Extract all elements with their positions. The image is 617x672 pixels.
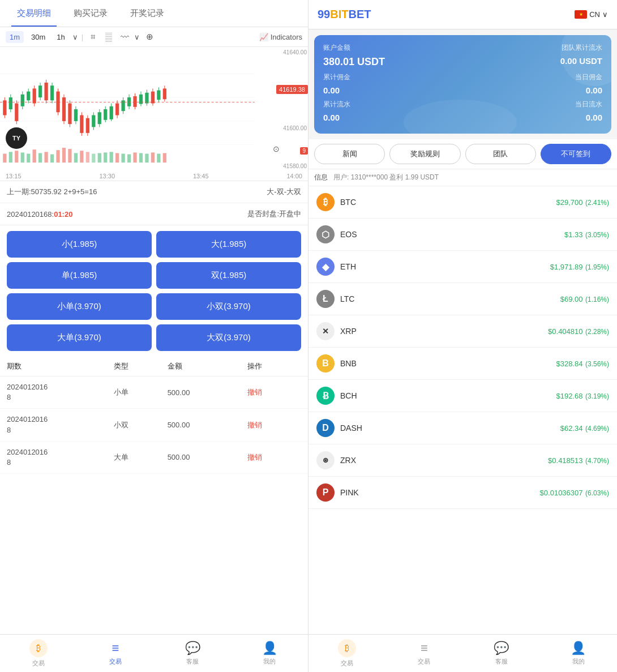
crypto-item-btc[interactable]: ₿ BTC $29,700 (2.41%) — [308, 186, 617, 219]
tab-draw-record[interactable]: 开奖记录 — [119, 0, 175, 27]
bet-small[interactable]: 小(1.985) — [7, 231, 152, 258]
svg-rect-67 — [44, 152, 48, 162]
svg-rect-78 — [110, 152, 113, 162]
signin-btn[interactable]: 不可签到 — [541, 144, 611, 164]
chart-current-price: 41619.38 — [276, 85, 308, 94]
chart-x-labels: 13:15 13:30 13:45 14:00 — [0, 172, 308, 181]
tab-purchase-record[interactable]: 购买记录 — [62, 0, 119, 27]
bet-odd[interactable]: 单(1.985) — [7, 262, 152, 289]
right-chat-icon: 💬 — [494, 641, 509, 656]
crypto-item-eos[interactable]: ⬡ EOS $1.33 (3.05%) — [308, 219, 617, 251]
plus-icon[interactable]: ⊕ — [143, 31, 156, 43]
team-btn[interactable]: 团队 — [465, 144, 536, 164]
left-panel: 交易明细 购买记录 开奖记录 1m 30m 1h ∨ | ⌗ 𝄛 〰 ∨ ⊕ 📈… — [0, 0, 308, 672]
nav-btc[interactable]: ₿ 交易 — [0, 635, 77, 672]
language-selector[interactable]: ★ CN ∨ — [575, 10, 608, 19]
chart-badge-9: 9 — [300, 147, 308, 155]
crypto-item-eth[interactable]: ◆ ETH $1,971.89 (1.95%) — [308, 251, 617, 283]
divider: | — [82, 33, 83, 41]
crypto-item-pink[interactable]: P PINK $0.01036307 (6.03%) — [308, 477, 617, 509]
right-nav-btc[interactable]: ₿ 交易 — [308, 635, 385, 672]
time-30m[interactable]: 30m — [27, 31, 49, 43]
chart-logo: TY — [6, 127, 27, 149]
period-result: 大-双-大双 — [267, 187, 301, 197]
eye-icon[interactable]: ⊙ — [273, 144, 280, 153]
svg-rect-82 — [133, 152, 136, 162]
svg-rect-63 — [21, 152, 24, 162]
time-dropdown[interactable]: ∨ — [72, 33, 78, 41]
candle-icon[interactable]: ⌗ — [87, 31, 99, 43]
crypto-item-zrx[interactable]: ⊛ ZRX $0.418513 (4.70%) — [308, 444, 617, 477]
svg-rect-66 — [38, 153, 42, 162]
today-flow-label: 当日流水 — [575, 100, 602, 109]
crypto-item-dash[interactable]: D DASH $62.34 (4.69%) — [308, 412, 617, 444]
indicators-chart-icon: 📈 — [259, 33, 268, 41]
crypto-list: ₿ BTC $29,700 (2.41%) ⬡ EOS $1.33 (3.05%… — [308, 186, 617, 634]
eos-icon: ⬡ — [316, 225, 335, 243]
news-btn[interactable]: 新闻 — [314, 144, 385, 164]
bch-icon: Ƀ — [316, 387, 335, 405]
balance-value: 380.01 USDT — [323, 56, 385, 68]
bet-large-even[interactable]: 大双(3.970) — [156, 324, 301, 351]
bet-small-even[interactable]: 小双(3.970) — [156, 293, 301, 320]
team-flow-label: 团队累计流水 — [562, 43, 602, 53]
bet-large[interactable]: 大(1.985) — [156, 231, 301, 258]
eth-icon: ◆ — [316, 258, 335, 276]
nav-profile[interactable]: 👤 我的 — [231, 635, 308, 672]
cancel-btn-1[interactable]: 撤销 — [247, 420, 301, 430]
bet-even[interactable]: 双(1.985) — [156, 262, 301, 289]
dash-icon: D — [316, 419, 335, 437]
right-header: 99BITBET ★ CN ∨ — [308, 0, 617, 29]
cum-flow-label: 累计流水 — [323, 100, 350, 109]
svg-rect-81 — [127, 155, 131, 163]
dropdown-arrow: ∨ — [602, 10, 608, 19]
info-ticker: 信息 用户: 1310****000 盈利 1.99 USDT — [308, 169, 617, 186]
chart-area: 41640.00 41620.00 41600.00 41580.00 4161… — [0, 47, 308, 172]
right-nav-profile[interactable]: 👤 我的 — [540, 635, 617, 672]
nav-trade[interactable]: ≡ 交易 — [77, 635, 154, 672]
user-icon: 👤 — [262, 641, 277, 656]
chart-type-dropdown[interactable]: ∨ — [134, 33, 140, 41]
svg-rect-80 — [121, 153, 125, 162]
timer-display: 20240120168:01:20 — [7, 210, 72, 219]
line-chart-icon[interactable]: 〰 — [118, 31, 131, 43]
bitcoin-icon: ₿ — [29, 639, 48, 657]
xrp-icon: ✕ — [316, 322, 335, 340]
chevron-down-icon2: ∨ — [134, 33, 140, 41]
today-commission-value: 0.00 — [586, 85, 602, 95]
rewards-btn[interactable]: 奖励规则 — [389, 144, 460, 164]
right-nav-trade[interactable]: ≡ 交易 — [385, 635, 462, 672]
bar-chart-icon[interactable]: 𝄛 — [102, 31, 115, 43]
ltc-icon: Ł — [316, 290, 335, 308]
cum-flow-value: 0.00 — [323, 113, 340, 122]
svg-rect-65 — [33, 149, 36, 162]
svg-rect-71 — [68, 149, 71, 162]
crypto-item-bnb[interactable]: B BNB $328.84 (3.56%) — [308, 348, 617, 380]
bet-small-odd[interactable]: 小单(3.970) — [7, 293, 152, 320]
svg-rect-85 — [151, 152, 155, 162]
crypto-item-ltc[interactable]: Ł LTC $69.00 (1.16%) — [308, 283, 617, 315]
svg-rect-60 — [3, 153, 6, 162]
nav-service[interactable]: 💬 客服 — [154, 635, 231, 672]
right-nav-service[interactable]: 💬 客服 — [463, 635, 540, 672]
svg-rect-75 — [92, 153, 95, 162]
table-row: 20240120168 小单 500.00 撤销 — [0, 376, 308, 409]
indicators-button[interactable]: 📈 Indicators — [259, 33, 302, 41]
cancel-btn-0[interactable]: 撤销 — [247, 387, 301, 397]
action-buttons: 新闻 奖励规则 团队 不可签到 — [308, 139, 617, 169]
language-label: CN — [589, 10, 600, 19]
table-row: 20240120168 大单 500.00 撤销 — [0, 442, 308, 474]
cum-commission-value: 0.00 — [323, 85, 340, 95]
pink-icon: P — [316, 483, 335, 502]
bet-large-odd[interactable]: 大单(3.970) — [7, 324, 152, 351]
cancel-btn-2[interactable]: 撤销 — [247, 452, 301, 463]
svg-rect-74 — [86, 152, 89, 162]
tab-transaction-detail[interactable]: 交易明细 — [6, 0, 62, 27]
time-1h[interactable]: 1h — [53, 31, 68, 43]
period-info: 上一期:50735.92 2+9+5=16 大-双-大双 — [0, 181, 308, 203]
svg-rect-64 — [27, 153, 30, 162]
crypto-item-bch[interactable]: Ƀ BCH $192.68 (3.19%) — [308, 380, 617, 412]
crypto-item-xrp[interactable]: ✕ XRP $0.404810 (2.28%) — [308, 315, 617, 348]
time-1m[interactable]: 1m — [6, 31, 24, 43]
svg-rect-76 — [98, 153, 101, 162]
